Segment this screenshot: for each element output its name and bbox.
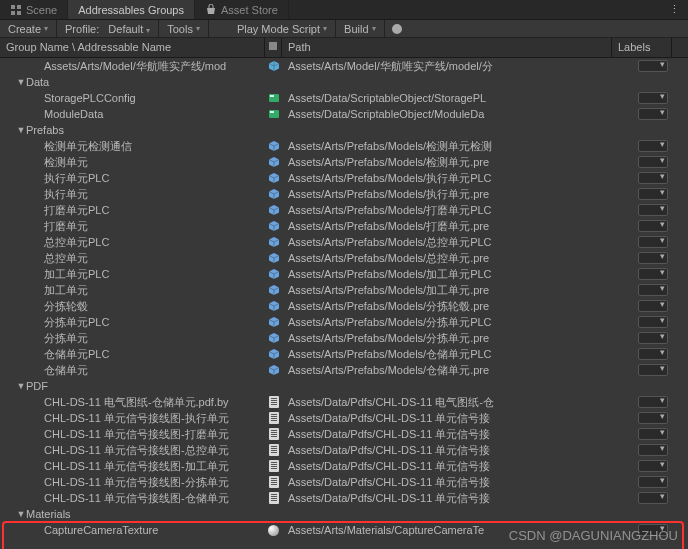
header-labels[interactable]: Labels [612, 38, 672, 57]
labels-dropdown[interactable] [638, 284, 668, 296]
labels-dropdown[interactable] [638, 204, 668, 216]
asset-row[interactable]: 仓储单元Assets/Arts/Prefabs/Models/仓储单元.pre [0, 362, 688, 378]
asset-row[interactable]: 执行单元Assets/Arts/Prefabs/Models/执行单元.pre [0, 186, 688, 202]
row-path: Assets/Data/Pdfs/CHL-DS-11 单元信号接 [282, 491, 612, 506]
asset-row[interactable]: 执行单元PLCAssets/Arts/Prefabs/Models/执行单元PL… [0, 170, 688, 186]
row-type-icon [265, 140, 282, 152]
row-path: Assets/Data/Pdfs/CHL-DS-11 单元信号接 [282, 459, 612, 474]
tree-view[interactable]: Assets/Arts/Model/华航唯实产线/modAssets/Arts/… [0, 58, 688, 538]
asset-row[interactable]: 总控单元Assets/Arts/Prefabs/Models/总控单元.pre [0, 250, 688, 266]
labels-dropdown[interactable] [638, 172, 668, 184]
row-path: Assets/Arts/Prefabs/Models/总控单元PLC [282, 235, 612, 250]
row-labels [612, 92, 672, 104]
group-row[interactable]: PDF [0, 378, 688, 394]
row-type-icon [265, 364, 282, 376]
asset-row[interactable]: 检测单元检测通信Assets/Arts/Prefabs/Models/检测单元检… [0, 138, 688, 154]
tab-addressables[interactable]: Addressables Groups [68, 0, 195, 19]
tab-store-label: Asset Store [221, 4, 278, 16]
asset-row[interactable]: 分拣轮毂Assets/Arts/Prefabs/Models/分拣轮毂.pre [0, 298, 688, 314]
asset-row[interactable]: 总控单元PLCAssets/Arts/Prefabs/Models/总控单元PL… [0, 234, 688, 250]
asset-row[interactable]: CHL-DS-11 单元信号接线图-打磨单元Assets/Data/Pdfs/C… [0, 426, 688, 442]
foldout-toggle[interactable] [16, 125, 26, 135]
labels-dropdown[interactable] [638, 460, 668, 472]
labels-dropdown[interactable] [638, 268, 668, 280]
asset-row[interactable]: 打磨单元Assets/Arts/Prefabs/Models/打磨单元.pre [0, 218, 688, 234]
row-labels [612, 524, 672, 536]
group-row[interactable]: Materials [0, 506, 688, 522]
asset-row[interactable]: StoragePLCConfigAssets/Data/ScriptableOb… [0, 90, 688, 106]
row-labels [612, 268, 672, 280]
foldout-toggle[interactable] [16, 77, 26, 87]
row-type-icon [265, 156, 282, 168]
tab-scene[interactable]: Scene [0, 0, 68, 19]
labels-dropdown[interactable] [638, 156, 668, 168]
labels-dropdown[interactable] [638, 316, 668, 328]
asset-row[interactable]: 加工单元PLCAssets/Arts/Prefabs/Models/加工单元PL… [0, 266, 688, 282]
svg-rect-4 [269, 42, 277, 50]
asset-row[interactable]: 仓储单元PLCAssets/Arts/Prefabs/Models/仓储单元PL… [0, 346, 688, 362]
row-type-icon [265, 220, 282, 232]
asset-row[interactable]: CaptureCameraTextureAssets/Arts/Material… [0, 522, 688, 538]
svg-rect-8 [270, 111, 274, 113]
header-icon-col[interactable] [265, 38, 282, 57]
labels-dropdown[interactable] [638, 220, 668, 232]
labels-dropdown[interactable] [638, 188, 668, 200]
playmode-dropdown[interactable]: Play Mode Script [229, 20, 336, 37]
asset-row[interactable]: CHL-DS-11 单元信号接线图-仓储单元Assets/Data/Pdfs/C… [0, 490, 688, 506]
foldout-toggle[interactable] [16, 509, 26, 519]
asset-row[interactable]: 分拣单元PLCAssets/Arts/Prefabs/Models/分拣单元PL… [0, 314, 688, 330]
labels-dropdown[interactable] [638, 396, 668, 408]
header-path[interactable]: Path [282, 38, 612, 57]
labels-dropdown[interactable] [638, 444, 668, 456]
row-path: Assets/Arts/Prefabs/Models/仓储单元PLC [282, 347, 612, 362]
tab-options-menu[interactable]: ⋮ [661, 0, 688, 19]
asset-row[interactable]: 加工单元Assets/Arts/Prefabs/Models/加工单元.pre [0, 282, 688, 298]
row-labels [612, 108, 672, 120]
row-labels [612, 348, 672, 360]
row-name-label: CHL-DS-11 单元信号接线图-加工单元 [44, 459, 229, 474]
asset-row[interactable]: 检测单元Assets/Arts/Prefabs/Models/检测单元.pre [0, 154, 688, 170]
row-path: Assets/Data/Pdfs/CHL-DS-11 单元信号接 [282, 411, 612, 426]
labels-dropdown[interactable] [638, 492, 668, 504]
labels-dropdown[interactable] [638, 332, 668, 344]
asset-row[interactable]: CHL-DS-11 单元信号接线图-总控单元Assets/Data/Pdfs/C… [0, 442, 688, 458]
labels-dropdown[interactable] [638, 364, 668, 376]
labels-dropdown[interactable] [638, 348, 668, 360]
row-type-icon [265, 525, 282, 536]
profile-dropdown[interactable]: Profile: Default [57, 20, 159, 37]
header-name[interactable]: Group Name \ Addressable Name [0, 38, 265, 57]
asset-row[interactable]: 分拣单元Assets/Arts/Prefabs/Models/分拣单元.pre [0, 330, 688, 346]
labels-dropdown[interactable] [638, 476, 668, 488]
row-path: Assets/Arts/Model/华航唯实产线/model/分 [282, 59, 612, 74]
labels-dropdown[interactable] [638, 412, 668, 424]
labels-dropdown[interactable] [638, 108, 668, 120]
row-path: Assets/Arts/Prefabs/Models/执行单元.pre [282, 187, 612, 202]
labels-dropdown[interactable] [638, 236, 668, 248]
labels-dropdown[interactable] [638, 60, 668, 72]
refresh-button[interactable] [385, 20, 409, 37]
labels-dropdown[interactable] [638, 92, 668, 104]
labels-dropdown[interactable] [638, 300, 668, 312]
asset-row[interactable]: Assets/Arts/Model/华航唯实产线/modAssets/Arts/… [0, 58, 688, 74]
create-dropdown[interactable]: Create [0, 20, 57, 37]
tab-asset-store[interactable]: Asset Store [195, 0, 289, 19]
tab-bar: Scene Addressables Groups Asset Store ⋮ [0, 0, 688, 20]
labels-dropdown[interactable] [638, 140, 668, 152]
asset-row[interactable]: CHL-DS-11 单元信号接线图-加工单元Assets/Data/Pdfs/C… [0, 458, 688, 474]
labels-dropdown[interactable] [638, 428, 668, 440]
build-dropdown[interactable]: Build [336, 20, 384, 37]
scene-icon [10, 4, 22, 16]
labels-dropdown[interactable] [638, 252, 668, 264]
asset-row[interactable]: CHL-DS-11 单元信号接线图-执行单元Assets/Data/Pdfs/C… [0, 410, 688, 426]
tools-dropdown[interactable]: Tools [159, 20, 209, 37]
group-row[interactable]: Data [0, 74, 688, 90]
row-name-label: CHL-DS-11 单元信号接线图-总控单元 [44, 443, 229, 458]
asset-row[interactable]: CHL-DS-11 电气图纸-仓储单元.pdf.byAssets/Data/Pd… [0, 394, 688, 410]
group-row[interactable]: Prefabs [0, 122, 688, 138]
asset-row[interactable]: 打磨单元PLCAssets/Arts/Prefabs/Models/打磨单元PL… [0, 202, 688, 218]
labels-dropdown[interactable] [638, 524, 668, 536]
row-path: Assets/Arts/Prefabs/Models/打磨单元PLC [282, 203, 612, 218]
asset-row[interactable]: CHL-DS-11 单元信号接线图-分拣单元Assets/Data/Pdfs/C… [0, 474, 688, 490]
foldout-toggle[interactable] [16, 381, 26, 391]
asset-row[interactable]: ModuleDataAssets/Data/ScriptableObject/M… [0, 106, 688, 122]
